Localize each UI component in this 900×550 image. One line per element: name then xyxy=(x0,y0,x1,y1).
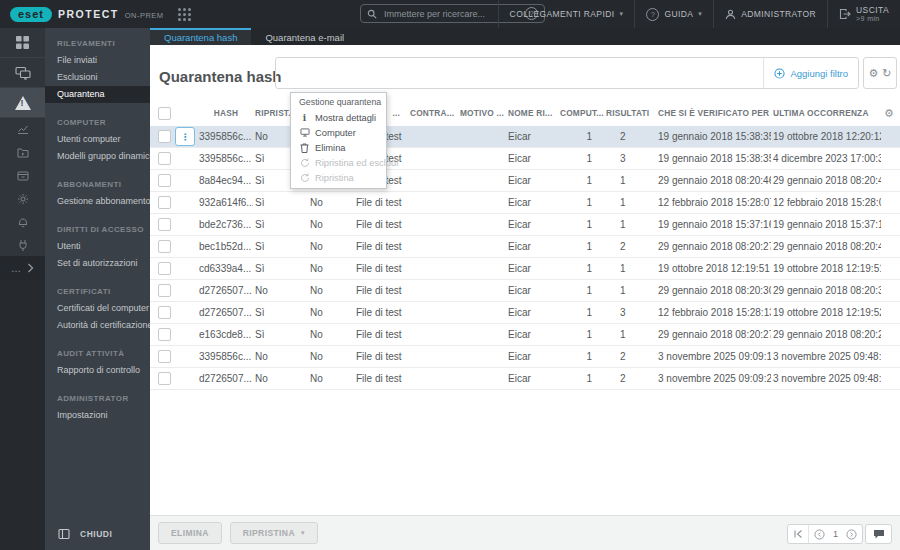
select-all-checkbox[interactable] xyxy=(158,107,171,120)
next-page-button[interactable] xyxy=(841,525,862,543)
column-header-nome_rilevamento[interactable]: NOME RI... xyxy=(506,108,558,118)
column-header-prima_occorrenza[interactable]: CHE SI È VERIFICATO PER P... xyxy=(656,108,771,118)
restore-button[interactable]: RIPRISTINA ▾ xyxy=(230,522,318,544)
gear-icon xyxy=(17,193,29,205)
row-checkbox[interactable] xyxy=(158,372,171,385)
tab-strip: Quarantena hashQuarantena e-mail xyxy=(150,28,900,45)
nav-computers[interactable] xyxy=(0,58,45,88)
nav-reports[interactable] xyxy=(0,118,45,141)
sidebar-item-file-inviati[interactable]: File inviati xyxy=(45,52,150,69)
restore-icon xyxy=(299,173,310,183)
sidebar-item-modelli-gruppo-dinamico[interactable]: Modelli gruppo dinamico xyxy=(45,148,150,165)
nav-more[interactable]: … xyxy=(0,256,45,280)
menu-item-mostra-dettagli[interactable]: iMostra dettagli xyxy=(291,110,386,125)
table-row[interactable]: 932a614f6...SìNoFile di testEicar1112 fe… xyxy=(150,192,900,214)
sidebar-item-esclusioni[interactable]: Esclusioni xyxy=(45,69,150,86)
menu-item-computer[interactable]: Computer xyxy=(291,125,386,140)
quick-links-menu[interactable]: COLLEGAMENTI RAPIDI ▾ xyxy=(498,0,635,28)
table-settings-gear-icon[interactable]: ⚙ xyxy=(881,107,900,120)
sidebar-item-quarantena[interactable]: Quarantena xyxy=(45,86,150,103)
row-checkbox[interactable] xyxy=(158,196,171,209)
sidebar-item-utenti-computer[interactable]: Utenti computer xyxy=(45,131,150,148)
row-checkbox[interactable] xyxy=(158,328,171,341)
table-row[interactable]: bde2c736...SìNoFile di testEicar1119 gen… xyxy=(150,214,900,236)
row-checkbox[interactable] xyxy=(158,262,171,275)
cell-ultima_occorrenza: 29 gennaio 2018 08:20:46 xyxy=(771,175,881,186)
row-checkbox[interactable] xyxy=(158,130,171,143)
sidebar-item-certificati-del-computer[interactable]: Certificati del computer xyxy=(45,300,150,317)
row-checkbox[interactable] xyxy=(158,152,171,165)
help-icon: ? xyxy=(646,8,659,21)
cell-ultima_occorrenza: 19 ottobre 2018 12:19:52 xyxy=(771,307,881,318)
cell-risultati: 2 xyxy=(604,373,656,384)
row-gutter xyxy=(150,372,197,385)
row-checkbox[interactable] xyxy=(158,174,171,187)
tab-quarantena-hash[interactable]: Quarantena hash xyxy=(150,28,251,45)
sidebar-item-impostazioni[interactable]: Impostazioni xyxy=(45,407,150,424)
table-row[interactable]: d2726507...NoNoFile di testEicar123 nove… xyxy=(150,368,900,390)
cell-risultati: 1 xyxy=(604,219,656,230)
cell-hash: bde2c736... xyxy=(197,219,253,230)
nav-installers[interactable] xyxy=(0,164,45,187)
row-checkbox[interactable] xyxy=(158,218,171,231)
table-row[interactable]: 8a84ec94...SìNoFile di testEicar1129 gen… xyxy=(150,170,900,192)
nav-detections[interactable] xyxy=(0,88,45,118)
sidebar-section: RILEVAMENTIFile inviatiEsclusioniQuarant… xyxy=(45,36,150,103)
logout-button[interactable]: USCITA >9 min xyxy=(827,0,900,28)
first-page-button[interactable] xyxy=(788,525,809,543)
nav-status-overview[interactable] xyxy=(0,233,45,256)
nav-dashboard[interactable] xyxy=(0,28,45,58)
row-checkbox[interactable] xyxy=(158,240,171,253)
add-filter-button[interactable]: Aggiungi filtro xyxy=(763,58,858,88)
sidebar-item-autorità-di-certificazione[interactable]: Autorità di certificazione xyxy=(45,317,150,334)
table-row[interactable]: 3395856c...SìNoFile di testEicar1319 gen… xyxy=(150,148,900,170)
refresh-icon[interactable]: ↻ xyxy=(882,68,891,79)
table-header: HASHRIPRIST......CONTRA...MOTIVO ...NOME… xyxy=(150,100,900,127)
delete-label: ELIMINA xyxy=(171,528,209,538)
cell-col4: File di test xyxy=(354,373,408,384)
column-header-contrassegnato[interactable]: CONTRA... xyxy=(408,108,458,118)
nav-policies[interactable] xyxy=(0,187,45,210)
footer-action-bar: ELIMINA RIPRISTINA ▾ 1 xyxy=(150,515,900,550)
feedback-button[interactable] xyxy=(865,524,892,544)
column-header-computer[interactable]: COMPUT... xyxy=(558,108,604,118)
column-header-risultati[interactable]: RISULTATI xyxy=(604,108,656,118)
sidebar-section-title: CERTIFICATI xyxy=(45,284,150,300)
table-row[interactable]: 3395856c...NoNoFile di testEicar123 nove… xyxy=(150,346,900,368)
column-header-motivo[interactable]: MOTIVO ... xyxy=(458,108,506,118)
row-checkbox[interactable] xyxy=(158,306,171,319)
apps-grid-icon[interactable] xyxy=(178,8,191,21)
row-checkbox[interactable] xyxy=(158,284,171,297)
sidebar-item-utenti[interactable]: Utenti xyxy=(45,238,150,255)
tab-quarantena-e-mail[interactable]: Quarantena e-mail xyxy=(251,28,358,45)
column-header-hash[interactable]: HASH xyxy=(197,108,253,118)
cell-prima_occorrenza: 19 gennaio 2018 15:38:35 xyxy=(656,153,771,164)
installer-box-icon xyxy=(17,170,29,181)
nav-notifications[interactable] xyxy=(0,210,45,233)
previous-page-button[interactable] xyxy=(809,525,830,543)
help-menu[interactable]: ? GUIDA ▾ xyxy=(634,0,713,28)
sidebar-item-rapporto-di-controllo[interactable]: Rapporto di controllo xyxy=(45,362,150,379)
presets-gear-icon[interactable]: ⚙ xyxy=(868,68,878,79)
user-menu[interactable]: ADMINISTRATOR xyxy=(713,0,827,28)
table-row[interactable]: cd6339a4...SìNoFile di testEicar1119 ott… xyxy=(150,258,900,280)
row-checkbox[interactable] xyxy=(158,350,171,363)
column-header-ultima_occorrenza[interactable]: ULTIMA OCCORRENZA xyxy=(771,108,881,118)
row-menu-button[interactable]: ⋮ xyxy=(175,127,195,146)
collapse-sidebar-button[interactable]: CHIUDI xyxy=(45,518,150,550)
delete-button[interactable]: ELIMINA xyxy=(158,522,222,544)
nav-tasks[interactable] xyxy=(0,141,45,164)
sidebar-item-set-di-autorizzazioni[interactable]: Set di autorizzazioni xyxy=(45,255,150,272)
table-row[interactable]: e163cde8...SìNoFile di testEicar1129 gen… xyxy=(150,324,900,346)
sidebar-item-gestione-abbonamento[interactable]: Gestione abbonamento xyxy=(45,193,150,210)
table-row[interactable]: d2726507...NoNoFile di testEicar1129 gen… xyxy=(150,280,900,302)
cell-computer: 1 xyxy=(558,263,604,274)
table-row[interactable]: ⋮3395856c...NoNoFile di testEicar1219 ge… xyxy=(150,126,900,148)
sidebar-section-title: ABBONAMENTI xyxy=(45,177,150,193)
trash-icon xyxy=(299,143,310,153)
table-row[interactable]: d2726507...SìNoFile di testEicar1312 feb… xyxy=(150,302,900,324)
filter-bar[interactable]: Aggiungi filtro xyxy=(275,57,859,89)
table-row[interactable]: bec1b52d...SìNoFile di testEicar1229 gen… xyxy=(150,236,900,258)
product-edition: ON-PREM xyxy=(125,11,164,20)
menu-item-elimina[interactable]: Elimina xyxy=(291,140,386,155)
